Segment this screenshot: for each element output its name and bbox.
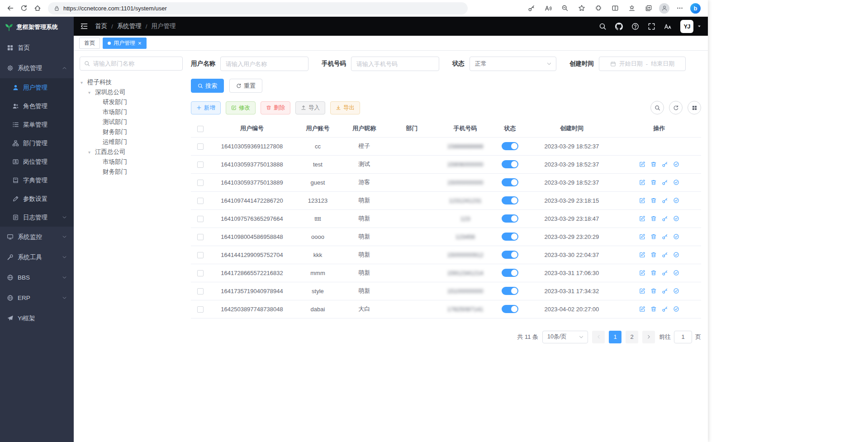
collapse-sidebar-icon[interactable] [80, 22, 88, 30]
reset-password-icon[interactable] [662, 197, 668, 204]
status-select[interactable]: 正常 [470, 57, 556, 71]
row-checkbox[interactable] [197, 288, 204, 295]
assign-role-icon[interactable] [673, 270, 679, 276]
row-checkbox[interactable] [197, 270, 204, 276]
sidebar-item-dict[interactable]: 字典管理 [0, 171, 74, 190]
extensions-icon[interactable] [592, 2, 605, 14]
status-toggle[interactable] [502, 305, 518, 313]
tree-node[interactable]: 运维部门 [80, 137, 183, 147]
delete-icon[interactable] [650, 215, 657, 222]
sidebar-item-monitor[interactable]: 系统监控 [0, 227, 74, 247]
reset-password-icon[interactable] [662, 306, 668, 312]
sidebar-item-tools[interactable]: 系统工具 [0, 247, 74, 267]
export-button[interactable]: 导出 [330, 101, 360, 114]
assign-role-icon[interactable] [673, 306, 679, 312]
edit-icon[interactable] [639, 270, 645, 276]
font-size-icon[interactable] [664, 23, 672, 30]
tree-node[interactable]: 研发部门 [80, 97, 183, 107]
delete-icon[interactable] [650, 288, 657, 294]
edit-icon[interactable] [639, 252, 645, 258]
row-checkbox[interactable] [197, 180, 204, 186]
page-button-1[interactable]: 1 [609, 331, 621, 343]
delete-icon[interactable] [650, 161, 657, 167]
assign-role-icon[interactable] [673, 233, 679, 240]
assign-role-icon[interactable] [673, 288, 679, 294]
tree-node[interactable]: 测试部门 [80, 117, 183, 127]
row-checkbox[interactable] [197, 198, 204, 204]
reset-password-icon[interactable] [662, 233, 668, 240]
tab-user-management[interactable]: 用户管理 × [103, 38, 147, 49]
status-toggle[interactable] [502, 269, 518, 277]
fullscreen-icon[interactable] [648, 23, 655, 30]
status-toggle[interactable] [502, 214, 518, 223]
copilot-icon[interactable]: b [690, 3, 701, 14]
prev-page-button[interactable] [592, 331, 605, 343]
sidebar-item-role[interactable]: 角色管理 [0, 97, 74, 115]
reset-button[interactable]: 重置 [229, 79, 262, 93]
sidebar-item-param[interactable]: 参数设置 [0, 190, 74, 208]
sidebar-item-log[interactable]: 日志管理 [0, 208, 74, 227]
delete-button[interactable]: 删除 [261, 101, 290, 114]
favorite-star-icon[interactable] [575, 2, 588, 14]
reset-password-icon[interactable] [662, 270, 668, 276]
assign-role-icon[interactable] [673, 215, 679, 222]
import-button[interactable]: 导入 [295, 101, 325, 114]
reset-password-icon[interactable] [662, 215, 668, 222]
sidebar-item-post[interactable]: 岗位管理 [0, 152, 74, 171]
edit-icon[interactable] [639, 179, 645, 185]
tree-node[interactable]: 市场部门 [80, 157, 183, 167]
refresh-table-button[interactable] [669, 101, 683, 114]
github-icon[interactable] [615, 23, 623, 30]
tree-node[interactable]: ▾深圳总公司 [80, 87, 183, 97]
status-toggle[interactable] [502, 287, 518, 295]
breadcrumb-item[interactable]: 首页 [95, 22, 107, 30]
sidebar-item-system[interactable]: 系统管理 [0, 58, 74, 78]
next-page-button[interactable] [642, 331, 655, 343]
row-checkbox[interactable] [197, 162, 204, 168]
collections-icon[interactable] [642, 2, 655, 14]
tree-node[interactable]: 财务部门 [80, 127, 183, 137]
assign-role-icon[interactable] [673, 252, 679, 258]
delete-icon[interactable] [650, 197, 657, 204]
password-key-icon[interactable] [525, 2, 538, 14]
edit-icon[interactable] [639, 288, 645, 294]
delete-icon[interactable] [650, 270, 657, 276]
split-screen-icon[interactable] [609, 2, 621, 14]
status-toggle[interactable] [502, 233, 518, 241]
address-bar[interactable]: https://ccnetcore.com:1101/system/user [48, 2, 468, 14]
zoom-out-icon[interactable] [559, 2, 571, 14]
favorites-bar-icon[interactable] [626, 2, 638, 14]
edit-icon[interactable] [639, 161, 645, 167]
status-toggle[interactable] [502, 178, 518, 186]
edit-icon[interactable] [639, 215, 645, 222]
home-button[interactable] [31, 1, 44, 15]
row-checkbox[interactable] [197, 216, 204, 222]
status-toggle[interactable] [502, 196, 518, 204]
edit-icon[interactable] [639, 306, 645, 312]
reset-password-icon[interactable] [662, 179, 668, 185]
sidebar-item-home[interactable]: 首页 [0, 38, 74, 58]
tree-node[interactable]: ▾江西总公司 [80, 147, 183, 157]
more-options-icon[interactable] [674, 2, 686, 14]
sidebar-item-erp[interactable]: ERP [0, 288, 74, 308]
tree-node[interactable]: 市场部门 [80, 107, 183, 117]
back-button[interactable] [4, 1, 17, 15]
sidebar-item-dept[interactable]: 部门管理 [0, 134, 74, 152]
reset-password-icon[interactable] [662, 161, 668, 167]
edit-button[interactable]: 修改 [226, 101, 256, 114]
dept-search-input[interactable] [93, 60, 178, 67]
close-tab-icon[interactable]: × [138, 40, 142, 46]
phone-input[interactable] [351, 61, 439, 67]
assign-role-icon[interactable] [673, 179, 679, 185]
column-settings-button[interactable] [688, 101, 701, 114]
page-size-select[interactable]: 10条/页 [542, 331, 588, 343]
delete-icon[interactable] [650, 179, 657, 185]
tree-node[interactable]: 财务部门 [80, 167, 183, 177]
help-icon[interactable] [631, 23, 639, 30]
search-button[interactable]: 搜索 [191, 79, 224, 93]
sidebar-item-yi[interactable]: Yi框架 [0, 308, 74, 328]
sidebar-item-bbs[interactable]: BBS [0, 267, 74, 288]
page-button-2[interactable]: 2 [626, 331, 638, 343]
row-checkbox[interactable] [197, 306, 204, 313]
row-checkbox[interactable] [197, 252, 204, 258]
